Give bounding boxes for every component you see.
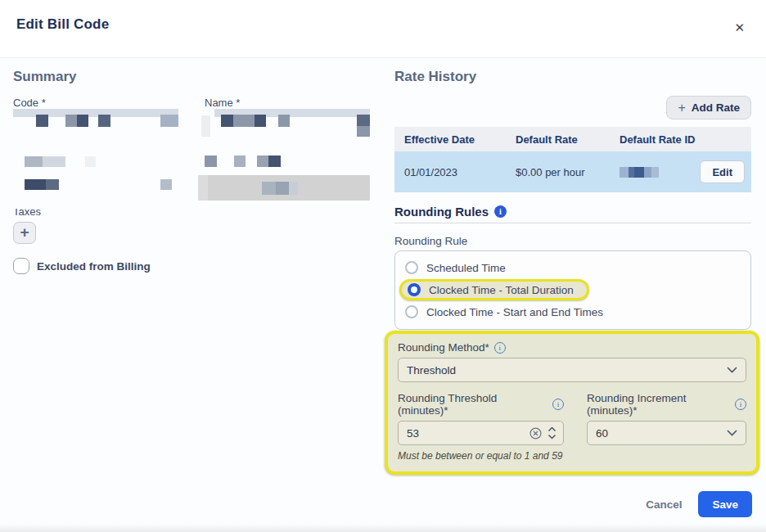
rounding-rules-heading: Rounding Rules xyxy=(394,205,489,219)
rate-history-table: Effective Date Default Rate Default Rate… xyxy=(394,127,751,192)
clear-input-icon[interactable] xyxy=(529,427,542,440)
edit-bill-code-modal: Edit Bill Code ✕ Summary Code * Name * xyxy=(0,0,766,532)
summary-heading: Summary xyxy=(13,69,76,85)
modal-header: Edit Bill Code ✕ xyxy=(0,0,766,58)
table-header-row: Effective Date Default Rate Default Rate… xyxy=(394,127,751,151)
plus-icon: + xyxy=(20,224,29,240)
threshold-helper-text: Must be between or equal to 1 and 59 xyxy=(398,450,564,462)
plus-icon: + xyxy=(678,101,685,115)
rounding-method-label: Rounding Method* xyxy=(398,341,489,354)
info-icon[interactable]: i xyxy=(494,205,507,218)
cancel-button[interactable]: Cancel xyxy=(646,498,682,511)
rounding-rule-radio-group: Scheduled Time Clocked Time - Total Dura… xyxy=(394,250,751,330)
rounding-method-value: Threshold xyxy=(407,364,456,376)
rounding-rule-label: Rounding Rule xyxy=(394,235,467,247)
number-stepper-icon[interactable] xyxy=(547,426,556,440)
chevron-down-icon xyxy=(727,430,737,436)
taxes-label: Taxes xyxy=(13,209,41,218)
summary-section: Summary Code * Name * xyxy=(13,59,370,532)
radio-option-clocked-start-end[interactable]: Clocked Time - Start and End Times xyxy=(395,301,750,322)
name-label: Name * xyxy=(205,97,240,109)
add-rate-label: Add Rate xyxy=(692,101,740,114)
edit-rate-button[interactable]: Edit xyxy=(700,160,745,183)
info-icon[interactable]: i xyxy=(552,399,564,410)
code-value-redacted xyxy=(13,109,178,191)
table-row[interactable]: 01/01/2023 $0.00 per hour Edit xyxy=(394,151,751,192)
add-tax-button[interactable]: + xyxy=(13,222,36,244)
default-rate-value: $0.00 per hour xyxy=(516,166,620,178)
rounding-method-select[interactable]: Threshold xyxy=(398,358,746,382)
radio-option-scheduled-time[interactable]: Scheduled Time xyxy=(395,257,750,278)
rate-history-heading: Rate History xyxy=(394,69,476,85)
radio-selected-icon[interactable] xyxy=(408,283,421,296)
radio-option-clocked-total-duration-highlighted[interactable]: Clocked Time - Total Duration xyxy=(399,279,589,300)
default-rate-id-redacted xyxy=(620,167,659,178)
col-default-rate: Default Rate xyxy=(516,133,620,146)
col-default-rate-id: Default Rate ID xyxy=(620,133,741,146)
radio-icon[interactable] xyxy=(405,305,418,318)
rate-history-section: Rate History + Add Rate Effective Date D… xyxy=(394,59,751,532)
excluded-from-billing-checkbox-row[interactable]: Excluded from Billing xyxy=(13,258,151,274)
rounding-settings-highlighted-panel: Rounding Method* i Threshold Rounding Th… xyxy=(385,331,759,475)
code-label: Code * xyxy=(13,97,46,109)
effective-date-value: 01/01/2023 xyxy=(404,166,516,178)
chevron-down-icon xyxy=(727,367,737,373)
rounding-increment-label: Rounding Increment (minutes)* xyxy=(587,392,730,417)
radio-icon[interactable] xyxy=(405,261,418,274)
modal-title: Edit Bill Code xyxy=(16,16,109,33)
save-button[interactable]: Save xyxy=(698,491,752,517)
rounding-threshold-label: Rounding Threshold (minutes)* xyxy=(398,392,547,417)
name-value-redacted xyxy=(205,109,370,199)
rounding-threshold-input[interactable] xyxy=(407,427,524,440)
rounding-threshold-input-wrap xyxy=(398,421,564,445)
info-icon[interactable]: i xyxy=(494,342,506,354)
info-icon[interactable]: i xyxy=(735,399,746,410)
col-effective-date: Effective Date xyxy=(404,133,516,146)
close-icon[interactable]: ✕ xyxy=(731,18,748,37)
modal-footer: Cancel Save xyxy=(646,491,752,517)
rounding-increment-select[interactable]: 60 xyxy=(587,421,746,445)
divider xyxy=(394,223,751,223)
checkbox-unchecked[interactable] xyxy=(13,258,29,274)
excluded-from-billing-label: Excluded from Billing xyxy=(37,260,151,273)
add-rate-button[interactable]: + Add Rate xyxy=(666,96,751,119)
rounding-increment-value: 60 xyxy=(596,427,608,440)
